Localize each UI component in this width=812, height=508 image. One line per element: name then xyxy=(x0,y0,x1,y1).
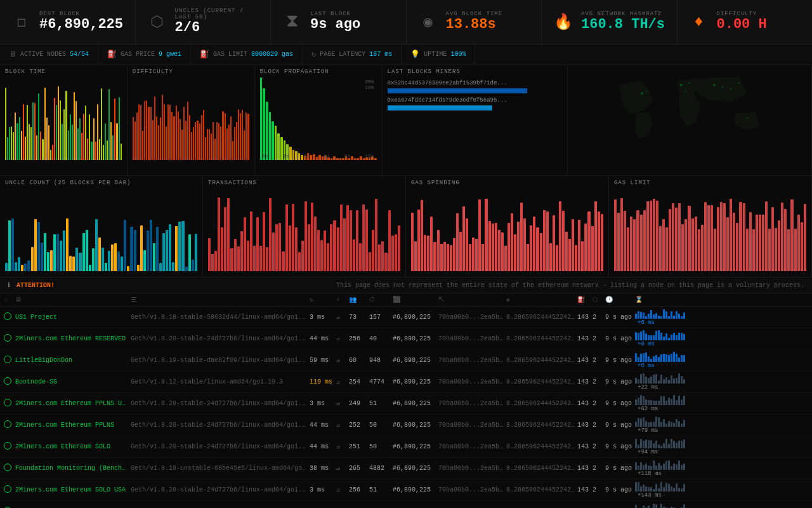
row-history: +0 ms xyxy=(635,330,808,347)
row-latency: 38 ms xyxy=(310,465,335,472)
row-uncle: 2 xyxy=(593,422,604,429)
uptime-item: 💡 UPTIME 100% xyxy=(402,44,475,64)
row-client: Geth/v1.8.20-stable-24d727b6/linux-amd64… xyxy=(131,400,308,407)
block-time-panel: BLOCK TIME xyxy=(0,65,128,175)
row-name[interactable]: 2Miners.com Ethereum SOLO USA xyxy=(15,486,129,493)
row-uncle: 2 xyxy=(593,335,604,342)
miner-bar-1 xyxy=(388,88,528,93)
svg-point-9 xyxy=(684,90,686,92)
th-time: 🕐 xyxy=(605,296,634,304)
block-time-title: BLOCK TIME xyxy=(5,69,122,75)
uptime-value: 100% xyxy=(450,51,466,58)
page-latency-label: PAGE LATENCY xyxy=(320,51,365,58)
gas-spending-chart xyxy=(411,189,603,271)
row-difficulty: 8.28659624445224242e+21 xyxy=(506,443,576,450)
row-miner: 70ba00b0...2ea5b51c xyxy=(438,465,505,472)
uncle-count-chart xyxy=(5,189,197,271)
gas-price-icon: ⛽ xyxy=(107,50,117,59)
row-name[interactable]: LittleBigDonDon xyxy=(15,357,129,364)
stat-last-block: ⧗ LAST BLOCK 9s ago xyxy=(271,0,407,44)
row-block: #6,890,225 xyxy=(393,335,437,342)
top-stats-bar: ◻ BEST BLOCK #6,890,225 ⬡ UNCLES (CURREN… xyxy=(0,0,812,44)
row-gas: 143 xyxy=(577,443,591,450)
uptime-icon: 💡 xyxy=(410,50,420,59)
gas-spending-title: GAS SPENDING xyxy=(411,180,603,186)
svg-point-6 xyxy=(730,88,732,90)
transactions-title: TRANSACTIONS xyxy=(208,180,400,186)
miner-bar-2 xyxy=(388,105,492,110)
th-uncle: ⬡ xyxy=(593,296,604,304)
row-time: 9 s ago xyxy=(605,378,634,385)
table-row: Foundation Monitoring (Benchmarking-mast… xyxy=(0,501,812,508)
row-history: +79 ms xyxy=(635,417,808,434)
difficulty-icon: ♦ xyxy=(688,13,710,30)
row-name[interactable]: Foundation Monitoring (Benchmarking-mon1… xyxy=(15,465,129,472)
row-time: 9 s ago xyxy=(605,443,634,450)
row-sync: ⇄ xyxy=(336,465,348,472)
uncles-icon: ⬡ xyxy=(146,13,169,31)
row-miner: 70ba00b0...2ea5b51c xyxy=(438,378,505,385)
row-name[interactable]: 2Miners.com Ethereum SOLO xyxy=(15,443,129,450)
row-pending: 51 xyxy=(369,486,391,493)
block-time-chart xyxy=(5,77,122,160)
row-block: #6,890,225 xyxy=(393,465,437,472)
row-client: Geth/v1.8.20-stable-24d727b6/linux-amd64… xyxy=(131,335,308,342)
active-nodes-value: 54/54 xyxy=(70,51,89,58)
page-latency-item: ↻ PAGE LATENCY 187 ms xyxy=(303,44,402,64)
row-latency: 3 ms xyxy=(310,400,335,407)
row-history: +0 ms xyxy=(635,309,808,326)
gas-limit-title: GAS LIMIT xyxy=(614,180,806,186)
th-pending: ⏱ xyxy=(369,296,391,304)
row-uncle: 2 xyxy=(593,378,604,385)
avg-block-time-value: 13.88s xyxy=(446,17,503,32)
gas-limit-value: 8000029 gas xyxy=(251,51,293,58)
row-name[interactable]: US1 Project xyxy=(15,314,129,321)
row-check xyxy=(4,399,14,408)
transactions-panel: TRANSACTIONS xyxy=(203,176,406,277)
th-history: ⌛ xyxy=(635,296,808,304)
gas-limit-panel: GAS LIMIT xyxy=(609,176,812,277)
hourglass-icon: ⧗ xyxy=(281,12,304,32)
row-difficulty: 8.28659624445224242e+21 xyxy=(506,486,576,493)
row-sync: ⇄ xyxy=(336,400,348,408)
row-pending: 40 xyxy=(369,335,391,342)
svg-point-8 xyxy=(747,117,749,119)
monitor-icon: 🖥 xyxy=(9,50,16,59)
row-history: +143 ms xyxy=(635,481,808,498)
page-latency-value: 187 ms xyxy=(369,51,392,58)
row-peers: 256 xyxy=(349,335,368,342)
th-diff: ◈ xyxy=(506,296,576,304)
row-peers: 254 xyxy=(349,378,368,385)
th-block: ⬛ xyxy=(393,296,437,304)
row-name[interactable]: 2Miners.com Ethereum RESERVED xyxy=(15,335,129,342)
charts-row-1: BLOCK TIME DIFFICULTY BLOCK PROPAGATION … xyxy=(0,65,812,176)
row-latency: 44 ms xyxy=(310,422,335,429)
gas-spending-panel: GAS SPENDING xyxy=(406,176,609,277)
row-time: 9 s ago xyxy=(605,486,634,493)
row-name[interactable]: Bootnode-SG xyxy=(15,378,129,385)
row-client: Geth/v1.8.20-stable-24d727b6/linux-amd64… xyxy=(131,486,308,493)
miners-panel: LAST BLOCKS MINERS 0x52bc44d5378309ee2ab… xyxy=(383,65,568,175)
row-uncle: 2 xyxy=(593,465,604,472)
row-check xyxy=(4,485,14,495)
row-latency: 3 ms xyxy=(310,314,335,321)
row-peers: 73 xyxy=(349,314,368,321)
row-client: Geth/v1.8.20-stable-24d727b6/linux-amd64… xyxy=(131,443,308,450)
table-body: US1 Project Geth/v1.8.18-stable-58632d44… xyxy=(0,307,812,508)
row-block: #6,890,225 xyxy=(393,486,437,493)
row-peers: 252 xyxy=(349,422,368,429)
row-name[interactable]: 2Miners.com Ethereum PPLNS USA xyxy=(15,400,129,407)
row-sync: ⇄ xyxy=(336,443,348,451)
row-difficulty: 8.28659624445224242e+21 xyxy=(506,400,576,407)
row-sync: ⇄ xyxy=(336,378,348,386)
miner-hash-1: 0x52bc44d5378309ee2abf1539bf71de... xyxy=(388,80,563,86)
row-difficulty: 8.28659624445224242e+21 xyxy=(506,422,576,429)
row-name[interactable]: 2Miners.com Ethereum PPLNS xyxy=(15,422,129,429)
row-check xyxy=(4,464,14,473)
row-block: #6,890,225 xyxy=(393,422,437,429)
uptime-label: UPTIME xyxy=(424,51,447,58)
block-propagation-title: BLOCK PROPAGATION xyxy=(260,69,377,75)
row-check xyxy=(4,442,14,451)
row-peers: 265 xyxy=(349,465,368,472)
fire-icon: 🔥 xyxy=(552,13,575,31)
